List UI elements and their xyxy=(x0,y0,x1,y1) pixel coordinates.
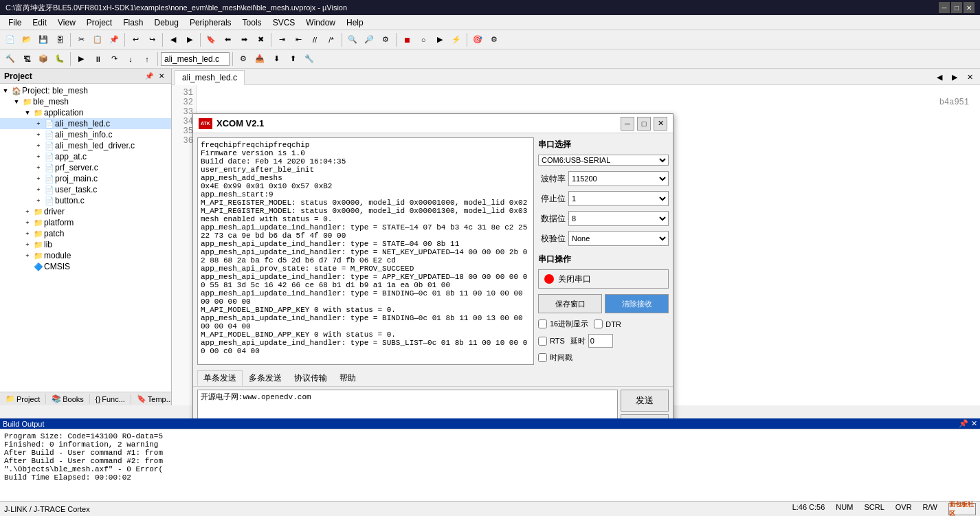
close-port-btn[interactable]: 关闭串口 xyxy=(538,269,669,289)
menu-flash[interactable]: Flash xyxy=(118,16,148,29)
menu-window[interactable]: Window xyxy=(300,16,341,29)
debug-stop-btn[interactable]: ⏸ xyxy=(90,52,105,67)
toggle-prf[interactable]: + xyxy=(33,164,44,171)
debug-start-btn[interactable]: ▶ xyxy=(74,52,89,67)
panel-nav-books[interactable]: 📚 Books xyxy=(46,394,90,404)
tree-item-driver[interactable]: + 📁 driver xyxy=(0,206,171,217)
tree-item-button[interactable]: + 📄 button.c xyxy=(0,195,171,206)
toggle-app-at[interactable]: + xyxy=(33,153,44,160)
magic-btn[interactable]: ⚙ xyxy=(378,32,393,47)
delay-input[interactable] xyxy=(588,334,613,348)
rts-checkbox[interactable] xyxy=(538,337,547,346)
unindent-btn[interactable]: ⇤ xyxy=(291,32,306,47)
stopbit-select[interactable]: 1 xyxy=(568,191,669,206)
tree-item-lib[interactable]: + 📁 lib xyxy=(0,239,171,250)
tree-item-ali-mesh-led-driver[interactable]: + 📄 ali_mesh_led_driver.c xyxy=(0,140,171,151)
tree-item-patch[interactable]: + 📁 patch xyxy=(0,228,171,239)
tree-item-user-task[interactable]: + 📄 user_task.c xyxy=(0,184,171,195)
stop-btn[interactable]: ⏹ xyxy=(399,32,414,47)
dtr-checkbox[interactable] xyxy=(594,319,603,328)
bookmark-btn[interactable]: 🔖 xyxy=(203,32,219,47)
toggle-ali-driver[interactable]: + xyxy=(33,142,44,149)
xcom-minimize-btn[interactable]: ─ xyxy=(621,117,634,131)
download-btn[interactable]: ⬇ xyxy=(269,52,284,67)
xcom-maximize-btn[interactable]: □ xyxy=(637,117,651,131)
parity-select[interactable]: None xyxy=(568,231,669,246)
step-into-btn[interactable]: ↓ xyxy=(123,52,138,67)
target-select-btn[interactable]: 📦 xyxy=(36,52,51,67)
menu-help[interactable]: Help xyxy=(341,16,369,29)
target-btn[interactable]: 🎯 xyxy=(470,32,485,47)
tab-scroll-right[interactable]: ▶ xyxy=(947,69,962,85)
menu-tools[interactable]: Tools xyxy=(237,16,267,29)
send-tab-single[interactable]: 单条发送 xyxy=(197,370,243,386)
tab-close[interactable]: ✕ xyxy=(962,69,977,85)
tree-item-application[interactable]: ▼ 📁 application xyxy=(0,107,171,118)
tree-item-proj-main[interactable]: + 📄 proj_main.c xyxy=(0,173,171,184)
panel-nav-project[interactable]: 📁 Project xyxy=(0,394,46,404)
rts-check[interactable]: RTS xyxy=(538,337,565,346)
toggle-ali-led[interactable]: + xyxy=(33,120,44,127)
build-btn[interactable]: 🔨 xyxy=(3,52,18,67)
menu-debug[interactable]: Debug xyxy=(149,16,184,29)
build-close-btn[interactable]: ✕ xyxy=(971,419,977,428)
search-btn[interactable]: 🔍 xyxy=(345,32,360,47)
editor-tab-ali-mesh-led[interactable]: ali_mesh_led.c xyxy=(175,70,245,85)
toggle-patch[interactable]: + xyxy=(22,230,33,237)
panel-nav-temp[interactable]: 🔖 Temp... xyxy=(131,394,172,404)
panel-nav-func[interactable]: {} Func... xyxy=(90,394,131,404)
cut-btn[interactable]: ✂ xyxy=(74,32,89,47)
new-btn[interactable]: 📄 xyxy=(3,32,18,47)
menu-peripherals[interactable]: Peripherals xyxy=(184,16,237,29)
tools-btn2[interactable]: 🔧 xyxy=(302,52,317,67)
toggle-lib[interactable]: + xyxy=(22,241,33,248)
bookmark-clr-btn[interactable]: ✖ xyxy=(253,32,268,47)
databit-select[interactable]: 8 xyxy=(568,211,669,226)
nav-back-btn[interactable]: ◀ xyxy=(166,32,181,47)
tree-item-ali-mesh-led[interactable]: + 📄 ali_mesh_led.c xyxy=(0,118,171,129)
save-all-btn[interactable]: 🗄 xyxy=(52,32,67,47)
send-btn[interactable]: 发送 xyxy=(621,390,669,412)
search2-btn[interactable]: 🔎 xyxy=(361,32,377,47)
close-button[interactable]: ✕ xyxy=(964,2,975,13)
options-btn[interactable]: ⚙ xyxy=(487,32,502,47)
tree-item-module[interactable]: + 📁 module xyxy=(0,250,171,261)
toggle-platform[interactable]: + xyxy=(22,219,33,226)
comment-btn[interactable]: // xyxy=(307,32,322,47)
toggle-button[interactable]: + xyxy=(33,197,44,204)
toggle-proj[interactable]: + xyxy=(33,175,44,182)
toggle-driver[interactable]: + xyxy=(22,208,33,215)
tree-item-blemesh[interactable]: ▼ 📁 ble_mesh xyxy=(0,96,171,107)
send-tab-protocol[interactable]: 协议传输 xyxy=(288,370,333,386)
delay-check[interactable]: 延时 xyxy=(570,334,613,348)
clear-recv-btn[interactable]: 清除接收 xyxy=(605,294,669,313)
paste-btn[interactable]: 📌 xyxy=(107,32,122,47)
close-panel-btn[interactable]: ✕ xyxy=(156,71,167,82)
hex-display-check[interactable]: 16进制显示 xyxy=(538,319,588,329)
pin-btn[interactable]: 📌 xyxy=(144,71,155,82)
bookmark-prev-btn[interactable]: ⬅ xyxy=(220,32,235,47)
serial-output[interactable]: freqchipfreqchipfreqchip Firmware versio… xyxy=(197,137,534,365)
send-tab-multi[interactable]: 多条发送 xyxy=(243,370,288,386)
minimize-button[interactable]: ─ xyxy=(939,2,950,13)
xcom-close-btn[interactable]: ✕ xyxy=(654,117,667,131)
build-pin-btn[interactable]: 📌 xyxy=(959,419,968,428)
indent-btn[interactable]: ⇥ xyxy=(274,32,289,47)
maximize-button[interactable]: □ xyxy=(951,2,962,13)
menu-view[interactable]: View xyxy=(52,16,81,29)
flash-btn[interactable]: ⚡ xyxy=(449,32,464,47)
bookmark-next-btn[interactable]: ➡ xyxy=(236,32,252,47)
toggle-module[interactable]: + xyxy=(22,252,33,259)
tree-root[interactable]: ▼ 🏠 Project: ble_mesh xyxy=(0,85,171,96)
step-over-btn[interactable]: ↷ xyxy=(107,52,122,67)
timestamp-checkbox[interactable] xyxy=(538,353,547,362)
build2-btn[interactable]: 🏗 xyxy=(19,52,34,67)
tree-item-app-at[interactable]: + 📄 app_at.c xyxy=(0,151,171,162)
load-btn[interactable]: 📥 xyxy=(252,52,267,67)
upload-btn[interactable]: ⬆ xyxy=(285,52,300,67)
debug-select-btn[interactable]: 🐛 xyxy=(52,52,67,67)
tree-item-cmsis[interactable]: 🔷 CMSIS xyxy=(0,261,171,272)
timestamp-check[interactable]: 时间戳 xyxy=(538,352,669,363)
menu-edit[interactable]: Edit xyxy=(27,16,52,29)
toggle-blemesh[interactable]: ▼ xyxy=(11,98,22,105)
